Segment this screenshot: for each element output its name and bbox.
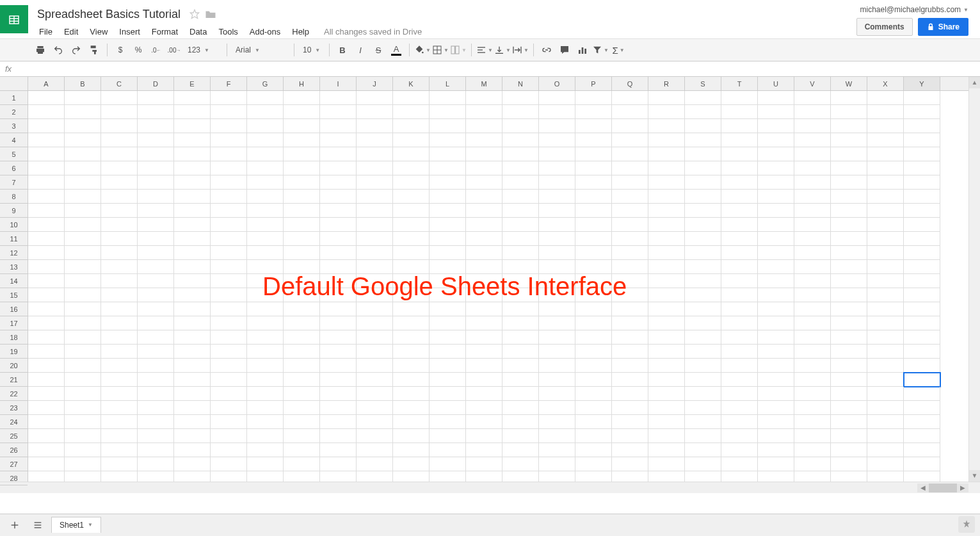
cell[interactable]: [138, 119, 174, 133]
cell[interactable]: [138, 415, 174, 429]
cell[interactable]: [721, 288, 758, 302]
cell[interactable]: [831, 345, 867, 359]
cell[interactable]: [758, 316, 794, 330]
cell[interactable]: [284, 274, 320, 288]
cell[interactable]: [904, 345, 940, 359]
cell[interactable]: [174, 147, 211, 161]
cell[interactable]: [904, 232, 940, 246]
cell[interactable]: [174, 260, 211, 274]
cell[interactable]: [794, 330, 831, 345]
cell[interactable]: [831, 330, 867, 345]
cell[interactable]: [466, 246, 502, 260]
row-header[interactable]: 10: [0, 218, 28, 232]
strikethrough-icon[interactable]: S: [370, 42, 387, 58]
cell[interactable]: [685, 471, 721, 482]
cell[interactable]: [612, 232, 648, 246]
cell[interactable]: [65, 457, 101, 471]
cell[interactable]: [211, 359, 247, 373]
cell[interactable]: [904, 288, 940, 302]
cell[interactable]: [831, 288, 867, 302]
cell[interactable]: [575, 330, 612, 345]
cell[interactable]: [138, 387, 174, 401]
cell[interactable]: [247, 175, 284, 190]
cell[interactable]: [648, 218, 685, 232]
cell[interactable]: [466, 316, 502, 330]
cell[interactable]: [904, 260, 940, 274]
cell[interactable]: [320, 316, 357, 330]
cell[interactable]: [758, 288, 794, 302]
cell[interactable]: [758, 91, 794, 105]
column-header[interactable]: R: [648, 77, 685, 90]
cell[interactable]: [28, 359, 65, 373]
row-header[interactable]: 16: [0, 302, 28, 316]
cell[interactable]: [320, 415, 357, 429]
cell[interactable]: [758, 373, 794, 387]
cell[interactable]: [904, 204, 940, 218]
cell[interactable]: [575, 204, 612, 218]
cell[interactable]: [685, 401, 721, 415]
cell[interactable]: [502, 204, 539, 218]
cell[interactable]: [612, 175, 648, 190]
cell[interactable]: [758, 190, 794, 204]
cell[interactable]: [539, 316, 575, 330]
cell[interactable]: [357, 260, 393, 274]
cell[interactable]: [65, 387, 101, 401]
cell[interactable]: [867, 232, 904, 246]
cell[interactable]: [794, 105, 831, 119]
cell[interactable]: [466, 274, 502, 288]
cell[interactable]: [721, 161, 758, 175]
cell[interactable]: [101, 330, 138, 345]
row-header[interactable]: 14: [0, 274, 28, 288]
cell[interactable]: [65, 345, 101, 359]
menu-addons[interactable]: Add-ons: [244, 24, 286, 39]
cell[interactable]: [430, 260, 466, 274]
cell[interactable]: [867, 218, 904, 232]
row-header[interactable]: 28: [0, 471, 28, 485]
cell[interactable]: [539, 373, 575, 387]
cell[interactable]: [612, 119, 648, 133]
cell[interactable]: [28, 260, 65, 274]
cell[interactable]: [466, 190, 502, 204]
cell[interactable]: [466, 218, 502, 232]
cell[interactable]: [758, 204, 794, 218]
cell[interactable]: [247, 330, 284, 345]
cell[interactable]: [211, 457, 247, 471]
cell[interactable]: [138, 401, 174, 415]
cell[interactable]: [648, 260, 685, 274]
cell[interactable]: [758, 471, 794, 482]
cell[interactable]: [867, 119, 904, 133]
cell[interactable]: [575, 457, 612, 471]
row-header[interactable]: 1: [0, 91, 28, 105]
cell[interactable]: [831, 274, 867, 288]
cell[interactable]: [101, 288, 138, 302]
cell[interactable]: [430, 105, 466, 119]
cell[interactable]: [65, 288, 101, 302]
cell[interactable]: [284, 443, 320, 457]
cell[interactable]: [211, 415, 247, 429]
cell[interactable]: [685, 133, 721, 147]
cell[interactable]: [502, 260, 539, 274]
cell[interactable]: [174, 316, 211, 330]
cell[interactable]: [904, 316, 940, 330]
cell[interactable]: [211, 260, 247, 274]
cell[interactable]: [575, 119, 612, 133]
cell[interactable]: [320, 91, 357, 105]
cell[interactable]: [831, 147, 867, 161]
column-header[interactable]: P: [575, 77, 612, 90]
increase-decimal[interactable]: .00→: [166, 42, 182, 58]
cell[interactable]: [211, 443, 247, 457]
cell[interactable]: [466, 471, 502, 482]
cell[interactable]: [721, 415, 758, 429]
cell[interactable]: [65, 147, 101, 161]
cell[interactable]: [174, 387, 211, 401]
cell[interactable]: [867, 274, 904, 288]
cell[interactable]: [393, 471, 430, 482]
cell[interactable]: [138, 246, 174, 260]
cell[interactable]: [721, 119, 758, 133]
cell[interactable]: [101, 471, 138, 482]
cell[interactable]: [721, 260, 758, 274]
cell[interactable]: [575, 91, 612, 105]
row-header[interactable]: 2: [0, 105, 28, 119]
cell[interactable]: [357, 401, 393, 415]
cell[interactable]: [174, 190, 211, 204]
